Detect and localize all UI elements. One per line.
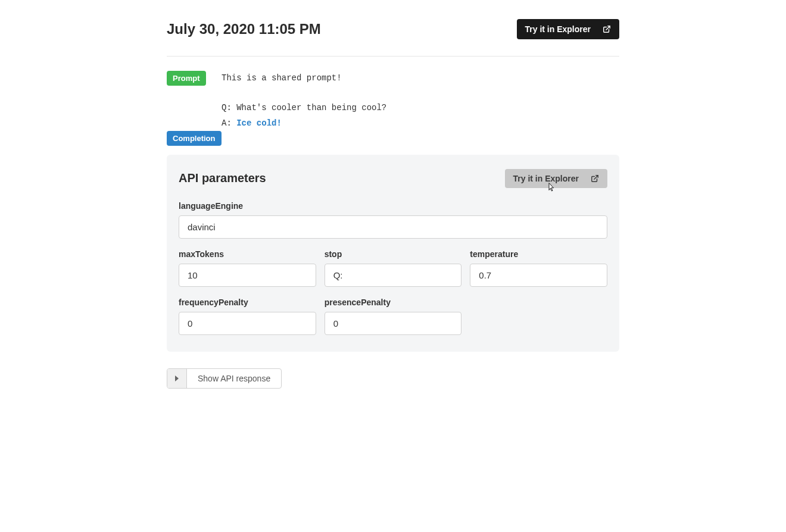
label-maxTokens: maxTokens bbox=[179, 249, 316, 259]
try-button-label: Try it in Explorer bbox=[525, 24, 591, 34]
svg-line-0 bbox=[606, 26, 610, 30]
try-in-explorer-button-panel[interactable]: Try it in Explorer bbox=[505, 169, 607, 188]
completion-badge: Completion bbox=[167, 131, 222, 146]
completion-text: Ice cold! bbox=[236, 118, 282, 128]
page-timestamp: July 30, 2020 11:05 PM bbox=[167, 21, 321, 37]
try-button-label-panel: Try it in Explorer bbox=[513, 174, 579, 183]
prompt-section: Prompt Completion This is a shared promp… bbox=[167, 71, 619, 131]
field-frequencyPenalty: frequencyPenalty bbox=[179, 298, 316, 335]
label-presencePenalty: presencePenalty bbox=[325, 298, 462, 307]
input-maxTokens[interactable] bbox=[179, 264, 316, 287]
label-languageEngine: languageEngine bbox=[179, 201, 607, 211]
api-title: API parameters bbox=[179, 171, 266, 185]
input-frequencyPenalty[interactable] bbox=[179, 312, 316, 335]
input-languageEngine[interactable] bbox=[179, 215, 607, 239]
field-languageEngine: languageEngine bbox=[179, 201, 607, 239]
label-stop: stop bbox=[325, 249, 462, 259]
try-in-explorer-button-top[interactable]: Try it in Explorer bbox=[517, 19, 619, 39]
header-row: July 30, 2020 11:05 PM Try it in Explore… bbox=[167, 19, 619, 39]
external-link-icon bbox=[603, 25, 611, 33]
prompt-line2: Q: What's cooler than being cool? bbox=[222, 103, 386, 112]
field-maxTokens: maxTokens bbox=[179, 249, 316, 287]
prompt-badge: Prompt bbox=[167, 71, 206, 86]
input-temperature[interactable] bbox=[470, 264, 607, 287]
field-presencePenalty: presencePenalty bbox=[325, 298, 462, 335]
input-stop[interactable] bbox=[325, 264, 462, 287]
svg-marker-2 bbox=[175, 375, 179, 381]
show-api-response-toggle[interactable]: Show API response bbox=[167, 368, 282, 389]
external-link-icon bbox=[591, 174, 599, 183]
api-header: API parameters Try it in Explorer bbox=[179, 169, 607, 188]
prompt-content: This is a shared prompt! Q: What's coole… bbox=[222, 71, 619, 131]
prompt-line1: This is a shared prompt! bbox=[222, 73, 342, 83]
api-parameters-panel: API parameters Try it in Explorer bbox=[167, 155, 619, 352]
input-presencePenalty[interactable] bbox=[325, 312, 462, 335]
show-response-label: Show API response bbox=[187, 369, 281, 388]
label-temperature: temperature bbox=[470, 249, 607, 259]
field-stop: stop bbox=[325, 249, 462, 287]
caret-right-icon bbox=[167, 369, 187, 388]
label-frequencyPenalty: frequencyPenalty bbox=[179, 298, 316, 307]
field-temperature: temperature bbox=[470, 249, 607, 287]
divider bbox=[167, 56, 619, 57]
svg-line-1 bbox=[594, 176, 598, 179]
prompt-line3-prefix: A: bbox=[222, 118, 236, 128]
